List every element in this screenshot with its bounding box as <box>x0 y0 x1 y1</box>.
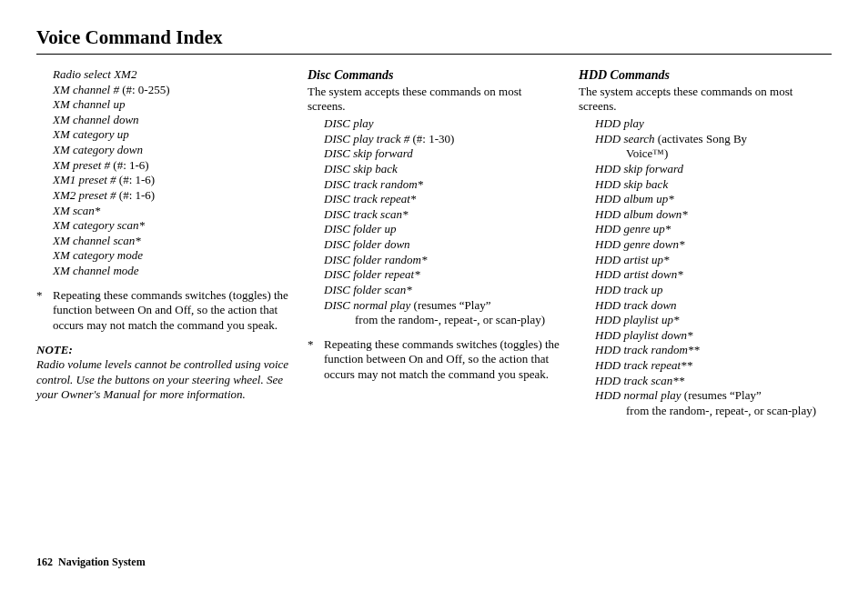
command-item: HDD artist down* <box>595 267 832 283</box>
command-item: XM channel up <box>53 97 289 113</box>
note-heading: NOTE: <box>36 343 289 358</box>
content-columns: Radio select XM2XM channel # (#: 0-255)X… <box>36 67 832 419</box>
command-item: HDD genre up* <box>595 222 832 237</box>
footer-label: Navigation System <box>58 556 146 568</box>
asterisk-marker: * <box>308 337 324 383</box>
column-1: Radio select XM2XM channel # (#: 0-255)X… <box>36 67 289 419</box>
col1-asterisk-note: * Repeating these commands switches (tog… <box>36 288 289 334</box>
col3-command-list: HDD playHDD search (activates Song ByVoi… <box>579 116 832 419</box>
command-item: XM scan* <box>53 204 289 219</box>
command-item: XM channel scan* <box>53 234 289 249</box>
command-item: HDD artist up* <box>595 253 832 268</box>
command-item: DISC normal play (resumes “Play” <box>324 298 560 314</box>
page-title: Voice Command Index <box>36 25 832 55</box>
command-item: HDD playlist down* <box>595 328 832 344</box>
command-item: HDD play <box>595 116 832 132</box>
column-2: Disc Commands The system accepts these c… <box>308 67 560 419</box>
command-item: DISC skip back <box>324 162 560 177</box>
command-item: XM category mode <box>53 248 289 264</box>
command-item: DISC folder repeat* <box>324 267 560 283</box>
command-item: DISC folder up <box>324 222 560 237</box>
command-item: XM category down <box>53 143 289 158</box>
command-item: HDD search (activates Song By <box>595 132 832 147</box>
command-item: HDD track repeat** <box>595 358 832 374</box>
page-footer: 162 Navigation System <box>36 556 146 569</box>
command-item: HDD album up* <box>595 192 832 207</box>
command-item: HDD skip forward <box>595 162 832 177</box>
command-item-continuation: Voice™) <box>595 146 832 162</box>
hdd-commands-heading: HDD Commands <box>579 67 832 84</box>
command-item-continuation: from the random-, repeat-, or scan-play) <box>595 404 832 419</box>
command-item: XM category scan* <box>53 218 289 234</box>
col2-command-list: DISC playDISC play track # (#: 1-30)DISC… <box>308 116 560 328</box>
command-item-continuation: from the random-, repeat-, or scan-play) <box>324 313 560 328</box>
command-item: DISC folder scan* <box>324 283 560 298</box>
command-item: XM channel down <box>53 113 289 128</box>
command-item: DISC play <box>324 116 560 132</box>
col1-command-list: Radio select XM2XM channel # (#: 0-255)X… <box>36 67 289 279</box>
disc-commands-intro: The system accepts these commands on mos… <box>308 85 560 115</box>
command-item: DISC folder random* <box>324 253 560 268</box>
command-item: DISC folder down <box>324 237 560 253</box>
command-item: XM preset # (#: 1-6) <box>53 158 289 174</box>
command-item: HDD track up <box>595 283 832 298</box>
command-item: XM channel # (#: 0-255) <box>53 83 289 98</box>
command-item: XM1 preset # (#: 1-6) <box>53 173 289 188</box>
command-item: HDD playlist up* <box>595 313 832 328</box>
asterisk-marker: * <box>36 288 53 334</box>
note-body: Radio volume levels cannot be controlled… <box>36 357 289 403</box>
command-item: DISC track repeat* <box>324 192 560 207</box>
command-item: HDD track down <box>595 298 832 314</box>
command-item: HDD track random** <box>595 343 832 358</box>
disc-commands-heading: Disc Commands <box>308 67 560 84</box>
hdd-commands-intro: The system accepts these commands on mos… <box>579 85 832 115</box>
command-item: HDD genre down* <box>595 237 832 253</box>
command-item: HDD normal play (resumes “Play” <box>595 388 832 404</box>
column-3: HDD Commands The system accepts these co… <box>579 67 832 419</box>
command-item: HDD track scan** <box>595 374 832 389</box>
command-item: XM category up <box>53 127 289 143</box>
command-item: HDD skip back <box>595 177 832 193</box>
command-item: HDD album down* <box>595 207 832 223</box>
command-item: XM2 preset # (#: 1-6) <box>53 188 289 204</box>
command-item: DISC skip forward <box>324 146 560 162</box>
command-item: DISC play track # (#: 1-30) <box>324 132 560 147</box>
command-item: DISC track random* <box>324 177 560 193</box>
command-item: Radio select XM2 <box>53 67 289 83</box>
page-number: 162 <box>36 556 53 568</box>
command-item: DISC track scan* <box>324 207 560 223</box>
asterisk-note-text: Repeating these commands switches (toggl… <box>53 288 289 334</box>
asterisk-note-text: Repeating these commands switches (toggl… <box>324 337 560 383</box>
command-item: XM channel mode <box>53 264 289 279</box>
col2-asterisk-note: * Repeating these commands switches (tog… <box>308 337 560 383</box>
